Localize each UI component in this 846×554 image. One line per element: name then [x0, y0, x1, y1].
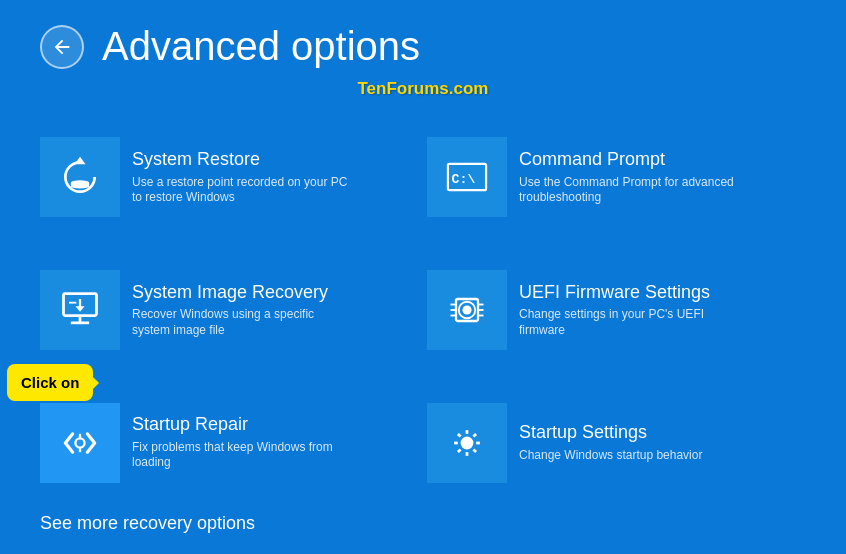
command-prompt-desc: Use the Command Prompt for advanced trou…	[519, 175, 739, 206]
page-container: Advanced options TenForums.com System Re…	[0, 0, 846, 554]
svg-point-24	[461, 436, 474, 449]
command-prompt-icon-box: C:\	[427, 137, 507, 217]
startup-settings-icon-box	[427, 403, 507, 483]
watermark: TenForums.com	[40, 79, 806, 99]
option-startup-repair[interactable]: Startup Repair Fix problems that keep Wi…	[40, 380, 419, 505]
system-restore-desc: Use a restore point recorded on your PC …	[132, 175, 352, 206]
image-recovery-icon	[58, 288, 102, 332]
uefi-firmware-icon-box	[427, 270, 507, 350]
system-restore-icon-box	[40, 137, 120, 217]
system-image-recovery-icon-box	[40, 270, 120, 350]
svg-point-21	[75, 438, 84, 447]
startup-settings-desc: Change Windows startup behavior	[519, 448, 702, 464]
cmd-icon: C:\	[445, 155, 489, 199]
startup-settings-icon	[445, 421, 489, 465]
startup-repair-icon	[58, 421, 102, 465]
startup-settings-title: Startup Settings	[519, 422, 702, 444]
command-prompt-title: Command Prompt	[519, 149, 739, 171]
startup-repair-desc: Fix problems that keep Windows from load…	[132, 440, 352, 471]
svg-marker-10	[75, 306, 84, 312]
system-restore-text: System Restore Use a restore point recor…	[120, 141, 364, 214]
uefi-firmware-text: UEFI Firmware Settings Change settings i…	[507, 274, 751, 347]
option-system-restore[interactable]: System Restore Use a restore point recor…	[40, 115, 419, 240]
option-startup-settings[interactable]: Startup Settings Change Windows startup …	[427, 380, 806, 505]
command-prompt-text: Command Prompt Use the Command Prompt fo…	[507, 141, 751, 214]
startup-settings-text: Startup Settings Change Windows startup …	[507, 414, 714, 471]
startup-repair-title: Startup Repair	[132, 414, 352, 436]
click-on-bubble: Click on	[7, 364, 93, 401]
svg-text:C:\: C:\	[452, 172, 476, 187]
option-command-prompt[interactable]: C:\ Command Prompt Use the Command Promp…	[427, 115, 806, 240]
more-options-link[interactable]: See more recovery options	[40, 513, 806, 534]
svg-point-3	[71, 184, 89, 189]
restore-icon	[58, 155, 102, 199]
svg-marker-0	[75, 157, 86, 164]
startup-repair-text: Startup Repair Fix problems that keep Wi…	[120, 406, 364, 479]
startup-repair-icon-box	[40, 403, 120, 483]
header: Advanced options	[40, 24, 806, 69]
back-button[interactable]	[40, 25, 84, 69]
svg-point-13	[462, 305, 471, 314]
uefi-icon	[445, 288, 489, 332]
uefi-firmware-title: UEFI Firmware Settings	[519, 282, 739, 304]
options-grid: System Restore Use a restore point recor…	[40, 115, 806, 505]
system-image-recovery-title: System Image Recovery	[132, 282, 352, 304]
option-system-image-recovery[interactable]: System Image Recovery Recover Windows us…	[40, 248, 419, 373]
option-uefi-firmware[interactable]: UEFI Firmware Settings Change settings i…	[427, 248, 806, 373]
back-icon	[51, 36, 73, 58]
system-restore-title: System Restore	[132, 149, 352, 171]
system-image-recovery-text: System Image Recovery Recover Windows us…	[120, 274, 364, 347]
system-image-recovery-desc: Recover Windows using a specific system …	[132, 307, 352, 338]
uefi-firmware-desc: Change settings in your PC's UEFI firmwa…	[519, 307, 739, 338]
page-title: Advanced options	[102, 24, 420, 69]
